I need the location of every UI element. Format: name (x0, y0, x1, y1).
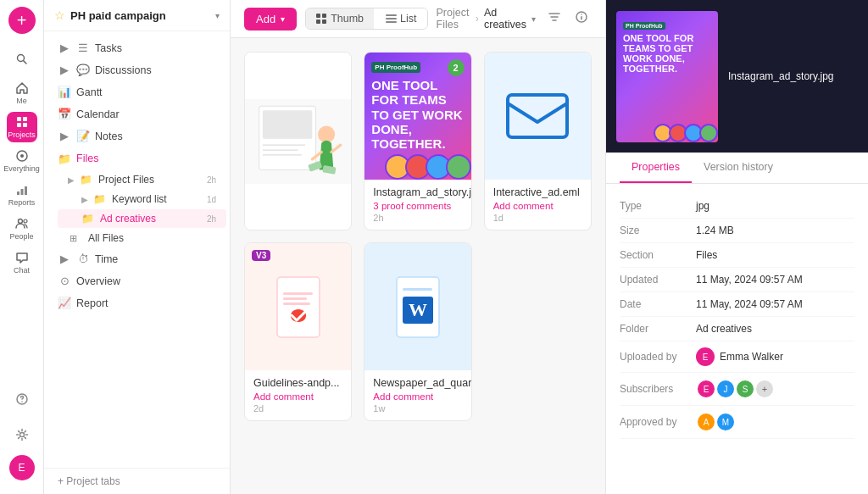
breadcrumb-dropdown-icon[interactable]: ▾ (531, 14, 536, 24)
search-button[interactable] (7, 44, 37, 75)
discussions-icon: 💬 (76, 64, 90, 76)
preview-thumbnail: PH ProofHub ONE TOOL FOR TEAMS TO GET WO… (616, 11, 718, 142)
subnav-ad-creatives[interactable]: 📁 Ad creatives 2h (58, 209, 226, 228)
filter-button[interactable] (544, 7, 565, 31)
main-toolbar: Add ▾ Thumb List Project Files › Ad crea… (231, 0, 605, 38)
interactive-ad-info: Interactive_ad.eml Add comment 1d (485, 180, 591, 230)
files-search-icon[interactable]: 🔍 (203, 152, 216, 165)
subnav-project-files[interactable]: ▶ 📁 Project Files 2h (58, 170, 226, 189)
project-files-folder-icon: 📁 (80, 174, 93, 186)
uploader-avatar: E (696, 347, 715, 366)
tasks-icon: ☰ (76, 42, 90, 54)
insta-ad-action[interactable]: 3 proof comments (373, 201, 462, 211)
add-project-tabs[interactable]: + Project tabs (44, 468, 230, 494)
interactive-ad-time: 1d (493, 213, 582, 223)
project-header[interactable]: ☆ PH paid campaign ▾ (44, 0, 230, 31)
prop-uploaded-by: Uploaded by E Emma Walker (620, 341, 854, 373)
newspaper-ad-thumb: W (364, 243, 470, 370)
subscriber-more[interactable]: + (754, 379, 775, 399)
sidebar-item-gantt[interactable]: 📊 Gantt (47, 81, 226, 103)
sidebar-item-time[interactable]: ▶ ⏱ Time (47, 248, 226, 269)
people-label: People (9, 232, 33, 241)
chat-button[interactable]: Chat (7, 247, 37, 278)
subnav-keyword-list[interactable]: ▶ 📁 Keyword list 1d (58, 190, 226, 208)
file-card-interactive-ad[interactable]: Interactive_ad.eml Add comment 1d (484, 52, 592, 230)
tab-version-history[interactable]: Version history (692, 153, 785, 183)
sidebar-item-tasks[interactable]: ▶ ☰ Tasks (47, 37, 226, 58)
prop-type-label: Type (620, 200, 696, 212)
chat-label: Chat (14, 266, 30, 275)
ad-creatives-folder-icon: 📁 (81, 213, 95, 225)
newspaper-ad-name: Newspaper_ad_quarter... (373, 377, 462, 389)
project-dropdown-icon[interactable]: ▾ (215, 11, 220, 20)
svg-point-12 (24, 219, 27, 223)
sidebar-item-notes[interactable]: ▶ 📝 Notes (47, 125, 226, 147)
sidebar: ☆ PH paid campaign ▾ ▶ ☰ Tasks ▶ 💬 Discu… (44, 0, 231, 494)
prop-folder-value: Ad creatives (696, 323, 854, 335)
newspaper-ad-action[interactable]: Add comment (373, 391, 462, 402)
subnav-all-files[interactable]: ⊞ All Files (58, 229, 226, 247)
guidelines-name: Guidelines-andp... (253, 377, 342, 389)
star-icon[interactable]: ☆ (54, 8, 65, 22)
reports-button[interactable]: Reports (7, 180, 37, 210)
prop-subscribers-label: Subscribers (620, 383, 696, 395)
interactive-ad-action[interactable]: Add comment (493, 201, 582, 211)
popup-ad-thumb (245, 53, 351, 230)
add-label: Add (256, 13, 275, 25)
add-button[interactable]: Add ▾ (244, 8, 297, 31)
user-avatar[interactable]: E (9, 455, 35, 480)
everything-button[interactable]: Everything (7, 146, 37, 176)
thumb-label: Thumb (331, 13, 364, 25)
svg-rect-10 (25, 186, 27, 195)
home-button[interactable]: Me (7, 78, 37, 108)
info-button[interactable] (571, 7, 592, 31)
thumb-view-button[interactable]: Thumb (306, 8, 374, 29)
people-button[interactable]: People (7, 214, 37, 244)
file-card-guidelines[interactable]: V3 Guidelines-andp... Add comment 2d (244, 242, 352, 421)
sidebar-item-files[interactable]: 📁 Files + 🔍 (47, 147, 226, 169)
approver-avatar-1: A (696, 412, 716, 432)
files-label: Files (76, 153, 188, 164)
guidelines-thumb: V3 (245, 243, 351, 370)
svg-rect-17 (322, 14, 326, 18)
svg-rect-36 (277, 277, 320, 337)
tab-properties[interactable]: Properties (620, 153, 692, 183)
sidebar-item-report[interactable]: 📈 Report (47, 292, 226, 314)
file-card-popup-ad[interactable]: Popup_ad.png Proof this file 2h (244, 52, 352, 230)
gantt-label: Gantt (76, 86, 216, 98)
keyword-list-label: Keyword list (112, 193, 167, 205)
files-add-icon[interactable]: + (193, 152, 200, 165)
ad-creatives-time: 2h (207, 214, 216, 224)
icon-bar: + Me Projects Everything Reports People … (0, 0, 44, 494)
newspaper-ad-info: Newspaper_ad_quarter... Add comment 1w (364, 370, 470, 420)
tasks-label: Tasks (95, 42, 216, 54)
guidelines-action[interactable]: Add comment (253, 391, 342, 402)
settings-button[interactable] (7, 419, 37, 450)
sidebar-item-discussions[interactable]: ▶ 💬 Discussions (47, 59, 226, 80)
sidebar-item-calendar[interactable]: 📅 Calendar (47, 103, 226, 125)
help-button[interactable] (7, 384, 37, 414)
file-card-newspaper-ad[interactable]: W Newspaper_ad_quarter... Add comment 1w (364, 242, 471, 421)
svg-text:W: W (409, 299, 427, 320)
home-label: Me (16, 97, 27, 105)
list-view-button[interactable]: List (376, 8, 426, 29)
projects-button[interactable]: Projects (7, 112, 37, 142)
prop-subscribers-avatars: E J S + (696, 379, 775, 399)
sidebar-item-overview[interactable]: ⊙ Overview (47, 270, 226, 291)
svg-point-32 (318, 125, 335, 142)
overview-label: Overview (76, 275, 216, 287)
prop-approved-avatars: A M (696, 412, 736, 432)
prop-type-value: jpg (696, 200, 854, 212)
panel-tabs: Properties Version history (606, 153, 868, 184)
svg-rect-9 (20, 189, 23, 195)
overview-icon: ⊙ (58, 275, 71, 287)
breadcrumb: Project Files › Ad creatives ▾ (437, 7, 537, 31)
file-grid-area: Popup_ad.png Proof this file 2h PH Proof… (231, 38, 605, 494)
breadcrumb-root[interactable]: Project Files (437, 7, 470, 31)
popup-ad-info: Popup_ad.png Proof this file 2h (245, 230, 351, 230)
svg-rect-43 (403, 288, 432, 291)
file-card-insta-ad[interactable]: PH ProofHub ONE TOOL FOR TEAMS TO GET WO… (364, 52, 471, 230)
global-add-button[interactable]: + (8, 7, 36, 34)
guidelines-info: Guidelines-andp... Add comment 2d (245, 370, 351, 420)
keyword-list-time: 1d (207, 195, 216, 204)
